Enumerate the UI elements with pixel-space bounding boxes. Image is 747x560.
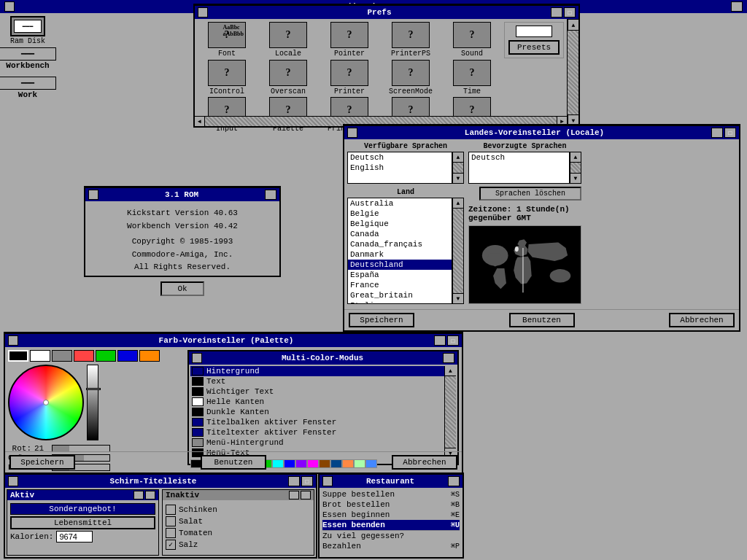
palette-save-btn[interactable]: Speichern [9, 455, 75, 470]
tb-close-btn[interactable] [8, 476, 18, 486]
country-belgie[interactable]: Belgie [348, 209, 452, 219]
screenmode-icon[interactable]: ? ScreenMode [382, 60, 440, 96]
cb-salz[interactable]: Salz [166, 540, 311, 550]
country-italia[interactable]: Italia [348, 300, 452, 304]
screen-close-btn[interactable] [4, 1, 15, 12]
aktiv-depth-btn[interactable] [133, 491, 144, 499]
pointer-icon[interactable]: ? Pointer [320, 22, 379, 58]
country-belgique[interactable]: Belgique [348, 219, 452, 229]
prefs-scroll-up[interactable]: ▲ [568, 19, 579, 31]
cb-schinken[interactable]: Schinken [166, 505, 311, 515]
country-espana[interactable]: España [348, 270, 452, 280]
menu-item-beenden[interactable]: Essen beenden ⌘U [322, 520, 460, 530]
mc-depth-btn[interactable] [443, 353, 454, 363]
preferred-deutsch[interactable]: Deutsch [469, 152, 569, 163]
overscan-icon[interactable]: ? Overscan [259, 60, 317, 96]
presets-btn[interactable]: Presets [508, 40, 560, 55]
country-canada-fr[interactable]: Canada_français [348, 239, 452, 249]
swatch-grey[interactable] [52, 350, 72, 362]
menu-item-suppe[interactable]: Suppe bestellen ⌘S [322, 489, 460, 499]
workbench-icon[interactable]: ━━━ Workbench [6, 47, 50, 70]
pref-scroll-up[interactable]: ▲ [570, 152, 581, 163]
input-icon[interactable]: ? Input [198, 97, 256, 133]
icontrol-icon[interactable]: ? IControl [198, 60, 256, 96]
ram-disk-icon[interactable]: ━━━ Ram Disk [6, 16, 50, 45]
countries-list[interactable]: Australia Belgie Belgique Canada Canada_… [347, 198, 452, 304]
locale-depth-btn[interactable] [711, 128, 723, 138]
brightness-slider[interactable] [87, 365, 98, 440]
swatch-orange[interactable] [139, 350, 160, 362]
menu-item-bezahlen[interactable]: Bezahlen ⌘P [322, 541, 460, 551]
work-icon[interactable]: ━━━ Work [6, 77, 50, 99]
mc-item-4[interactable]: Dunkle Kanten [190, 407, 444, 417]
font-icon[interactable]: ?AaBbcaAbBbb Font [198, 22, 256, 58]
country-deutschland[interactable]: Deutschland [348, 260, 452, 270]
cb-salat[interactable]: Salat [166, 516, 311, 526]
mc-item-5[interactable]: Titelbalken aktiver Fenster [190, 417, 444, 427]
swatch-blue[interactable] [117, 350, 138, 362]
country-scroll-down[interactable]: ▼ [453, 293, 463, 303]
tb-zoom-btn[interactable]: □ [301, 476, 313, 486]
prefs-close-btn[interactable] [198, 7, 208, 18]
mc-item-2[interactable]: Wichtiger Text [190, 386, 444, 397]
palette-title-bar[interactable]: Farb-Voreinsteller (Palette) □ [5, 334, 462, 347]
delete-lang-btn[interactable]: Sprachen löschen [479, 187, 581, 201]
screen-depth-btn[interactable] [731, 1, 743, 12]
locale-use-btn[interactable]: Benutzen [509, 313, 575, 327]
country-france[interactable]: France [348, 280, 452, 290]
mc-item-1[interactable]: Text [190, 376, 444, 386]
work-btn[interactable]: ━━━ [0, 77, 56, 90]
pref-scroll-down[interactable]: ▼ [570, 173, 581, 183]
country-canada[interactable]: Canada [348, 229, 452, 239]
locale-close-btn[interactable] [347, 128, 357, 138]
rom-depth-btn[interactable] [265, 190, 276, 200]
swatch-white[interactable] [30, 350, 50, 362]
color-wheel[interactable] [8, 365, 84, 440]
kalorien-field[interactable] [56, 531, 93, 542]
menu-item-brot[interactable]: Brot bestellen ⌘B [322, 499, 460, 510]
prefs-hscroll-left[interactable]: ◄ [195, 117, 205, 126]
palette-icon[interactable]: ? Palette [259, 97, 317, 133]
aktiv-zoom-btn[interactable] [145, 491, 155, 499]
palette-zoom-btn[interactable]: □ [447, 335, 459, 346]
locale-cancel-btn[interactable]: Abbrechen [669, 313, 735, 327]
country-scroll-up[interactable]: ▲ [453, 198, 463, 209]
country-great-britain[interactable]: Great_britain [348, 290, 452, 300]
menu-item-beginnen[interactable]: Essen beginnen ⌘E [322, 510, 460, 520]
preferred-list[interactable]: Deutsch [468, 152, 570, 184]
titlebar-title-bar[interactable]: Schirm-Titelleiste □ [5, 475, 316, 488]
languages-list[interactable]: Deutsch English [347, 152, 452, 184]
rom-close-btn[interactable] [88, 190, 98, 200]
lang-english[interactable]: English [348, 163, 452, 173]
restaurant-depth-btn[interactable] [448, 476, 460, 486]
prefs-zoom-btn[interactable]: □ [564, 7, 576, 18]
palette-use-btn[interactable]: Benutzen [201, 455, 266, 470]
inaktiv-zoom-btn[interactable] [301, 491, 311, 499]
lang-scroll-up[interactable]: ▲ [453, 152, 463, 163]
swatch-red[interactable] [74, 350, 94, 362]
mc-scroll-up[interactable]: ▲ [445, 366, 456, 376]
prefs-title-bar[interactable]: Prefs □ [195, 6, 578, 19]
locale-icon[interactable]: ? Locale [259, 22, 317, 58]
cb-tomaten[interactable]: Tomaten [166, 528, 311, 538]
locale-save-btn[interactable]: Speichern [349, 313, 414, 327]
prefs-scrollbar[interactable]: ▲ ▼ [567, 19, 578, 126]
palette-cancel-btn[interactable]: Abbrechen [392, 455, 457, 470]
restaurant-title-bar[interactable]: Restaurant [320, 475, 462, 488]
restaurant-close-btn[interactable] [322, 476, 333, 486]
printer-icon[interactable]: ? Printer [320, 60, 379, 96]
locale-title-bar[interactable]: Landes-Voreinsteller (Locale) □ [344, 126, 739, 139]
lang-scroll-down[interactable]: ▼ [453, 173, 463, 183]
mc-item-3[interactable]: Helle Kanten [190, 397, 444, 407]
multicolor-title-bar[interactable]: Multi-Color-Modus [189, 351, 457, 365]
palette-close-btn[interactable] [8, 335, 18, 346]
rom-title-bar[interactable]: 3.1 ROM [85, 188, 279, 201]
mc-close-btn[interactable] [192, 353, 202, 363]
lang-deutsch[interactable]: Deutsch [348, 152, 452, 163]
mc-item-0[interactable]: Hintergrund [190, 366, 444, 376]
country-danmark[interactable]: Danmark [348, 249, 452, 260]
rom-ok-btn[interactable]: Ok [160, 281, 204, 296]
workbench-btn[interactable]: ━━━ [0, 47, 56, 61]
locale-zoom-btn[interactable]: □ [724, 128, 736, 138]
mc-item-6[interactable]: Titeltexter aktiver Fenster [190, 427, 444, 438]
